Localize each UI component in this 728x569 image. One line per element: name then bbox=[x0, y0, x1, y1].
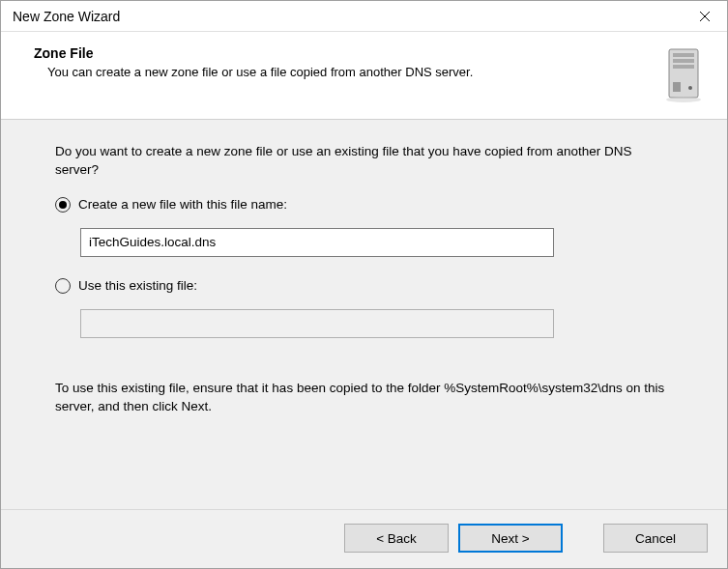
svg-point-8 bbox=[666, 97, 701, 102]
wizard-window: New Zone Wizard Zone File You can create… bbox=[0, 0, 728, 569]
radio-icon bbox=[55, 278, 71, 294]
radio-group: Create a new file with this file name: U… bbox=[55, 197, 673, 359]
svg-point-7 bbox=[688, 86, 692, 90]
close-icon bbox=[699, 11, 711, 22]
help-text: To use this existing file, ensure that i… bbox=[55, 379, 673, 416]
button-panel: < Back Next > Cancel bbox=[1, 509, 727, 568]
radio-label-create-new: Create a new file with this file name: bbox=[78, 197, 287, 212]
svg-rect-6 bbox=[673, 82, 681, 92]
radio-option-existing[interactable]: Use this existing file: bbox=[55, 278, 673, 294]
radio-label-existing: Use this existing file: bbox=[78, 278, 197, 293]
svg-rect-4 bbox=[673, 59, 694, 63]
cancel-button[interactable]: Cancel bbox=[603, 524, 708, 553]
next-button[interactable]: Next > bbox=[458, 524, 563, 553]
radio-icon bbox=[55, 197, 71, 213]
header-title: Zone File bbox=[34, 45, 646, 61]
existing-file-name-input bbox=[80, 309, 554, 338]
new-file-name-input[interactable] bbox=[80, 228, 554, 257]
window-title: New Zone Wizard bbox=[13, 9, 120, 24]
header-text: Zone File You can create a new zone file… bbox=[34, 45, 646, 79]
content-panel: Do you want to create a new zone file or… bbox=[1, 120, 727, 509]
question-text: Do you want to create a new zone file or… bbox=[55, 143, 673, 180]
header-panel: Zone File You can create a new zone file… bbox=[1, 32, 727, 120]
radio-option-create-new[interactable]: Create a new file with this file name: bbox=[55, 197, 673, 213]
server-icon bbox=[661, 45, 708, 103]
back-button[interactable]: < Back bbox=[344, 524, 449, 553]
titlebar: New Zone Wizard bbox=[1, 1, 727, 32]
close-button[interactable] bbox=[683, 1, 727, 32]
header-subtitle: You can create a new zone file or use a … bbox=[34, 65, 646, 79]
svg-rect-3 bbox=[673, 53, 694, 57]
svg-rect-5 bbox=[673, 65, 694, 69]
